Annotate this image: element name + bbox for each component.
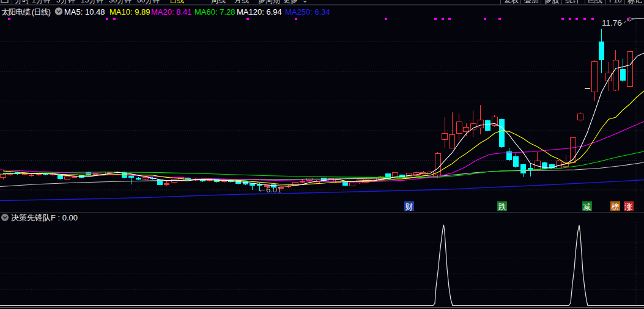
svg-text:分时: 分时 — [15, 0, 29, 4]
svg-text:月线: 月线 — [234, 0, 249, 4]
svg-text:MA120: 6.94: MA120: 6.94 — [237, 7, 282, 16]
svg-text:多股: 多股 — [544, 0, 559, 4]
svg-text:跌: 跌 — [498, 203, 506, 211]
svg-text:5分钟: 5分钟 — [56, 0, 75, 4]
svg-text:⌄: ⌄ — [302, 0, 308, 4]
svg-text:太阳电缆 (日线): 太阳电缆 (日线) — [1, 8, 51, 16]
svg-text:周线: 周线 — [211, 0, 226, 4]
svg-text:MA5: 10.48: MA5: 10.48 — [64, 7, 105, 16]
svg-text:30分钟: 30分钟 — [109, 0, 131, 4]
svg-text:复权: 复权 — [504, 0, 519, 4]
svg-text:叠加: 叠加 — [524, 0, 539, 4]
svg-text:1分钟: 1分钟 — [32, 0, 51, 4]
svg-text:榜: 榜 — [611, 203, 620, 211]
svg-text:MA60: 7.28: MA60: 7.28 — [194, 7, 235, 16]
svg-text:标记: 标记 — [627, 0, 642, 4]
svg-text:画线: 画线 — [588, 0, 602, 4]
svg-text:MA10: 9.89: MA10: 9.89 — [109, 7, 150, 16]
svg-text:15分钟: 15分钟 — [81, 0, 103, 4]
svg-text:MA250: 6.34: MA250: 6.34 — [285, 7, 330, 16]
svg-text:MA20: 8.41: MA20: 8.41 — [151, 7, 192, 16]
svg-text:11.76: 11.76 — [602, 18, 622, 27]
svg-text:更多: 更多 — [283, 0, 298, 4]
svg-text:60分钟: 60分钟 — [137, 0, 160, 4]
svg-text:涨: 涨 — [624, 203, 633, 211]
svg-text:多周期: 多周期 — [258, 0, 280, 4]
svg-text:减: 减 — [583, 203, 591, 211]
svg-text:←6.01: ←6.01 — [258, 185, 281, 194]
svg-text:统计: 统计 — [565, 0, 580, 4]
svg-text:F10: F10 — [609, 0, 622, 4]
svg-text:财: 财 — [405, 203, 413, 211]
svg-text:决策先锋队F : 0.00: 决策先锋队F : 0.00 — [11, 213, 78, 222]
svg-text:日线: 日线 — [169, 0, 184, 4]
